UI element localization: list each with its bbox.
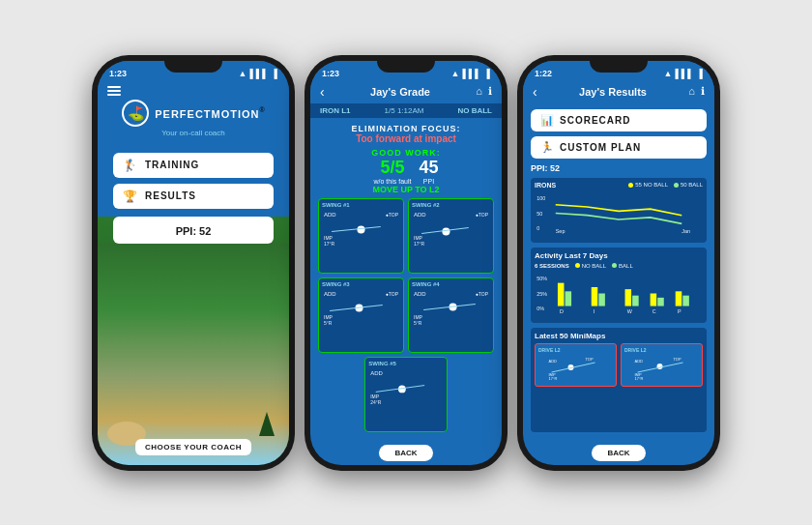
svg-text:Sep: Sep: [556, 228, 566, 234]
custom-plan-icon: 🏃: [540, 141, 554, 154]
svg-rect-23: [632, 295, 639, 306]
info-icon[interactable]: ℹ: [488, 85, 492, 98]
svg-text:Jan: Jan: [682, 228, 690, 234]
time-1: 1:23: [109, 69, 127, 78]
back-chevron-3-icon[interactable]: ‹: [533, 84, 537, 100]
nav-title-3: Jay's Results: [579, 86, 647, 98]
phone2-content: ELIMINATION FOCUS: Too forward at impact…: [310, 118, 502, 438]
swing-box-1: SWING #1 ADD ●TOP IMP17°R: [318, 198, 404, 274]
svg-rect-27: [682, 295, 689, 306]
tagline: Your on-call coach: [161, 129, 225, 137]
chart-legend: 55 NO BALL 50 BALL: [628, 182, 703, 188]
svg-rect-18: [558, 282, 565, 306]
app-name: PERFECTMOTION: [155, 108, 259, 120]
scorecard-button[interactable]: 📊 SCORECARD: [531, 109, 707, 131]
svg-text:ADD: ADD: [635, 359, 644, 364]
svg-text:ADD: ADD: [549, 359, 558, 364]
signal-icon: ▌▌▌: [249, 69, 268, 78]
activity-legend-ball: BALL: [612, 263, 633, 269]
svg-text:100: 100: [536, 195, 545, 201]
score-ppi-group: 45 PPI: [419, 158, 438, 185]
notch-1: [164, 55, 222, 73]
swing-add-4: ADD: [414, 291, 426, 297]
swing-imp-2: IMP17°R: [414, 235, 424, 247]
back-chevron-icon[interactable]: ‹: [320, 84, 325, 100]
swing-top-2: ●TOP: [476, 212, 488, 218]
swing-add-3: ADD: [324, 291, 336, 297]
activity-ball-label: BALL: [619, 263, 633, 269]
svg-text:P: P: [678, 308, 682, 314]
swing-imp-3: IMP5°R: [324, 314, 333, 326]
hamburger-line: [107, 94, 121, 96]
battery-icon: ▐: [272, 69, 277, 78]
ball-status: NO BALL: [457, 106, 492, 115]
minimap-1: DRIVE L2 TOP IMP 17°R ADD: [535, 343, 617, 387]
svg-rect-26: [676, 291, 682, 306]
good-work-scores: 5/5 w/o this fault 45 PPI: [318, 158, 494, 185]
notch-2: [377, 55, 435, 73]
swing-2-diagram: ADD ●TOP IMP17°R: [412, 210, 490, 248]
golf-tree: [259, 412, 275, 436]
legend-ball-label: 50 BALL: [681, 182, 703, 188]
reg-symbol: ®: [260, 105, 265, 112]
training-icon: 🏌: [123, 159, 137, 172]
svg-text:C: C: [652, 308, 656, 314]
elim-fault-text: Too forward at impact: [318, 133, 494, 144]
legend-no-ball: 55 NO BALL: [628, 182, 668, 188]
training-button[interactable]: 🏌 TRAINING: [113, 153, 274, 178]
wifi-icon-2: ▲: [451, 69, 460, 78]
minimaps-title: Latest 50 MiniMaps: [535, 332, 703, 340]
svg-text:D: D: [560, 308, 564, 314]
legend-dot-ball: [674, 183, 679, 188]
battery-icon-3: ▐: [697, 69, 703, 78]
results-label: RESULTS: [145, 190, 196, 201]
legend-noball-label: 55 NO BALL: [635, 182, 668, 188]
svg-rect-25: [657, 297, 664, 306]
score-sub-label: w/o this fault: [374, 178, 412, 185]
activity-section: Activity Last 7 Days 6 SESSIONS NO BALL …: [531, 248, 707, 323]
hamburger-icon[interactable]: [107, 86, 121, 96]
chart-header: IRONS 55 NO BALL 50 BALL: [535, 182, 703, 189]
minimap-1-svg: TOP IMP 17°R ADD: [538, 353, 613, 382]
phone-2-screen: 1:23 ▲ ▌▌▌ ▐ ‹ Jay's Grade ⌂ ℹ IRON L1: [310, 61, 502, 465]
svg-text:17°R: 17°R: [549, 376, 558, 381]
activity-title: Activity Last 7 Days: [535, 251, 703, 260]
phone-1: 1:23 ▲ ▌▌▌ ▐ ⛳: [92, 55, 295, 471]
svg-text:50%: 50%: [536, 276, 547, 281]
back-button-3[interactable]: BACK: [592, 445, 645, 461]
time-3: 1:22: [535, 69, 552, 78]
svg-rect-20: [592, 286, 598, 306]
swing-box-2: SWING #2 ADD ●TOP IMP17°R: [408, 198, 494, 274]
custom-plan-button[interactable]: 🏃 CUSTOM PLAN: [531, 136, 707, 159]
choose-coach-label: CHOOSE YOUR COACH: [145, 443, 242, 452]
phone3-back-area: BACK: [523, 438, 714, 465]
swing-4-label: SWING #4: [412, 281, 490, 287]
swing-imp-4: IMP5°R: [414, 314, 422, 326]
swing-4-diagram: ADD ●TOP IMP5°R: [412, 289, 490, 328]
svg-line-1: [332, 226, 381, 231]
minimap-2: DRIVE L2 TOP IMP 17°R ADD: [621, 343, 703, 387]
nav-icons-3: ⌂ ℹ: [688, 85, 705, 98]
swing-1-label: SWING #1: [322, 202, 400, 208]
home-icon-3[interactable]: ⌂: [688, 85, 695, 98]
legend-dot-noball: [628, 183, 633, 188]
sessions-label: 6 SESSIONS: [535, 263, 569, 269]
session-info: 1/5 1:12AM: [385, 106, 424, 115]
svg-rect-22: [625, 289, 632, 306]
battery-icon-2: ▐: [484, 69, 490, 78]
svg-text:I: I: [594, 308, 595, 314]
swing-box-3: SWING #3 ADD ●TOP IMP5°R: [318, 277, 404, 353]
swing-1-diagram: ADD ●TOP IMP17°R: [322, 210, 400, 248]
svg-point-0: [357, 225, 364, 233]
elim-focus-section: ELIMINATION FOCUS: Too forward at impact: [318, 124, 494, 144]
activity-legend-noball: NO BALL: [575, 263, 606, 269]
training-label: TRAINING: [145, 160, 199, 170]
choose-coach-button[interactable]: CHOOSE YOUR COACH: [135, 439, 251, 455]
good-work-section: GOOD WORK: 5/5 w/o this fault 45 PPI MOV…: [318, 148, 494, 194]
home-icon[interactable]: ⌂: [476, 85, 482, 98]
info-icon-3[interactable]: ℹ: [701, 85, 705, 98]
phone1-header: ⛳ PERFECTMOTION® Your on-call coach: [98, 82, 289, 145]
back-button-2[interactable]: BACK: [379, 445, 432, 461]
results-button[interactable]: 🏆 RESULTS: [113, 184, 274, 209]
phone-1-screen: 1:23 ▲ ▌▌▌ ▐ ⛳: [98, 61, 289, 465]
